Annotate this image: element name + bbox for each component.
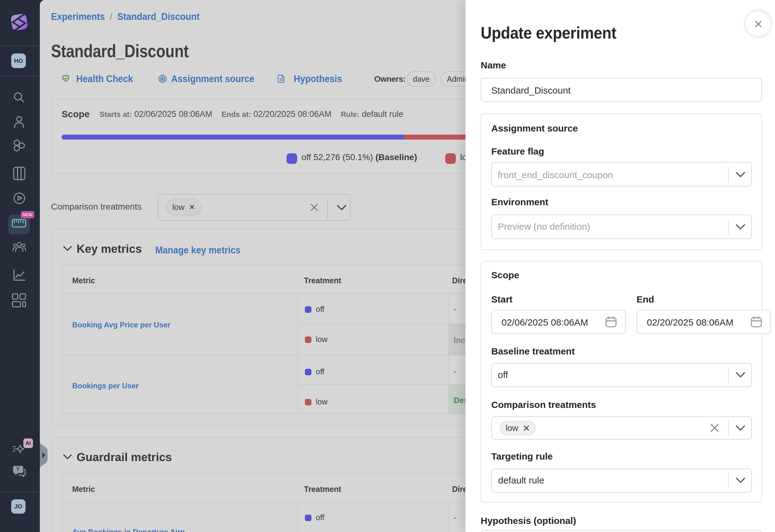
svg-text:?: ? — [16, 467, 19, 472]
